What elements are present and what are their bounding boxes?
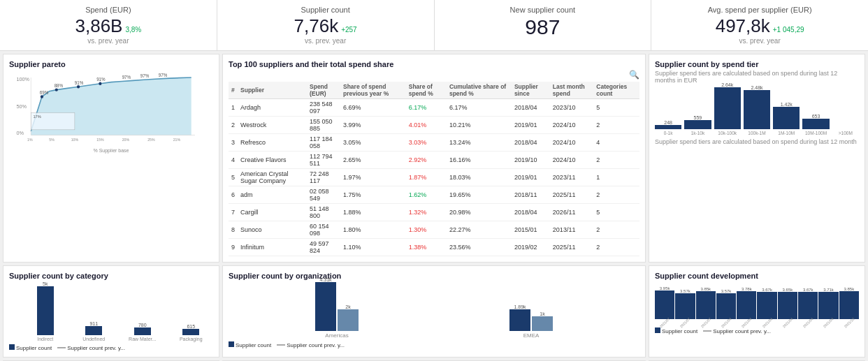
svg-text:88%: 88% [55,83,64,88]
svg-text:50%: 50% [16,103,27,110]
pareto-panel: Supplier pareto 100% 50% 0% 69% 88% 91% … [3,54,219,263]
svg-text:97%: 97% [140,73,150,78]
cat-bar: 911 Undefined [72,321,117,341]
spend-change: 3,8% [125,26,141,34]
table-row: 8 Sunoco 60 154 098 1.80% 1.30% 22.27% 2… [229,221,639,239]
avg-spend-metric: Avg. spend per supplier (EUR) 497,8k +1 … [651,0,868,50]
svg-text:15%: 15% [96,138,104,142]
dev-bar: 3.95k 2021/07 [655,286,674,325]
table-row: 2 Westrock 155 050 885 3.99% 4.01% 10.21… [229,117,639,134]
svg-text:91%: 91% [75,80,84,85]
avg-spend-sub: vs. prev. year [663,37,857,45]
avg-spend-value: 497,8k [716,15,770,37]
legend-org-prev: Supplier count prev. y... [277,342,345,348]
suppliers-table: # Supplier Spend (EUR) Share of spend pr… [229,82,639,256]
org-count-legend: Supplier count Supplier count prev. y... [229,341,639,348]
table-row: 1 Ardagh 238 548 097 6.69% 6.17% 6.17% 2… [229,99,639,117]
svg-text:1%: 1% [27,138,33,142]
svg-text:97%: 97% [122,75,131,80]
cat-bar: 5k Indirect [23,281,68,341]
svg-point-7 [99,82,101,85]
svg-text:10%: 10% [71,138,79,142]
col-spend: Spend (EUR) [307,82,340,99]
dev-bar: 3.78k 2021/04 [737,287,756,325]
cat-count-panel: Supplier count by category 5k Indirect 9… [3,265,219,358]
spend-tier-panel: Supplier count by spend tier Supplier sp… [649,54,865,263]
cat-count-title: Supplier count by category [9,272,213,280]
svg-text:25%: 25% [147,138,155,142]
metrics-row: Spend (EUR) 3,86B 3,8% vs. prev. year Su… [0,0,868,51]
svg-text:97%: 97% [159,73,168,78]
cat-bar: 615 Packaging [169,324,214,341]
col-prev-share: Share of spend previous year % [340,82,406,99]
supplier-count-value: 7,76k [294,15,339,37]
avg-spend-change: +1 045,29 [773,26,804,34]
supplier-count-metric: Supplier count 7,76k +257 vs. prev. year [217,0,435,50]
spend-tier-bar: 653 10M-100M [802,114,829,135]
spend-tier-bar: 2.64k 10k-100k [714,82,741,135]
svg-text:91%: 91% [96,77,106,82]
svg-point-5 [55,88,58,91]
svg-text:17%: 17% [33,115,41,119]
avg-spend-label: Avg. spend per supplier (EUR) [663,6,857,14]
supplier-count-change: +257 [341,26,357,34]
spend-tier-subtitle: Supplier spend tiers are calculated base… [655,70,859,84]
org-group: 1.89k 1k EMEA [437,304,625,339]
legend-count: Supplier count [9,344,52,351]
svg-text:69%: 69% [40,90,49,95]
dev-bar: 3.67k 2021/04 [798,288,818,325]
svg-text:20%: 20% [122,138,130,142]
org-count-panel: Supplier count by organization 4.31k 2k … [222,265,646,358]
table-row: 5 American Crystal Sugar Company 72 248 … [229,169,639,186]
col-cum-share: Cumulative share of spend % [447,82,512,99]
dashboard: Supplier pareto 100% 50% 0% 69% 88% 91% … [0,51,868,361]
svg-text:100%: 100% [16,76,29,82]
col-cat: Categories count [593,82,639,99]
table-row: 4 Creative Flavors 112 794 511 2.65% 2.9… [229,152,639,169]
spend-tier-bar: 2.48k 100k-1M [744,85,770,135]
top100-panel: Top 100 suppliers and their total spend … [222,54,646,263]
supplier-count-sub: vs. prev. year [229,37,423,45]
cat-bar: 780 Raw Mater... [120,323,165,341]
dev-title: Supplier count development [655,272,859,280]
table-row: 9 Infinitum 49 597 824 1.10% 1.38% 23.56… [229,239,639,256]
spend-label: Spend (EUR) [11,6,205,14]
pareto-chart: 100% 50% 0% 69% 88% 91% 91% 97% 97% 97% … [9,70,213,147]
spend-tier-bar: 559 1k-10k [684,115,711,135]
dev-bar: 3.57k 2021/04 [716,289,736,325]
spend-value: 3,86B [75,15,123,37]
new-supplier-value: 987 [446,15,640,39]
dev-bar: 3.71k 2021/04 [818,288,838,325]
cat-count-legend: Supplier count Supplier count prev. y... [9,344,213,351]
dev-legend: Supplier count Supplier count prev. y... [655,327,859,334]
col-share: Share of spend % [406,82,447,99]
org-chart: 4.31k 2k Americas 1.89k 1k EMEA [229,283,639,339]
svg-text:5%: 5% [49,138,55,142]
svg-text:0%: 0% [16,130,24,136]
spend-tier-chart: 248 0-1k 559 1k-10k 2.64k 10k-100k 2.48k… [655,87,859,135]
search-button[interactable]: 🔍 [629,70,639,80]
legend-prev: Supplier count prev. y... [57,345,125,351]
spend-tier-bar: 1.42k 1M-10M [773,102,800,135]
spend-tier-bar: >100M [832,129,859,135]
cat-count-chart: 5k Indirect 911 Undefined 780 Raw Mater.… [9,286,213,341]
dev-chart: 3.95k 2021/07 3.57k 2021/07 3.85k 2021/0… [655,283,859,325]
legend-org-count: Supplier count [229,341,271,348]
spend-tier-bar: 248 0-1k [655,120,681,135]
svg-text:21%: 21% [173,138,181,142]
table-row: 6 adm 02 058 549 1.75% 1.62% 19.65% 2018… [229,186,639,204]
dev-bar: 3.57k 2021/07 [675,289,695,325]
table-row: 7 Cargill 51 148 800 1.88% 1.32% 20.98% … [229,204,639,221]
spend-sub: vs. prev. year [11,37,205,45]
org-group: 4.31k 2k Americas [243,277,431,339]
new-supplier-metric: New supplier count 987 [435,0,652,50]
spend-tier-title: Supplier count by spend tier [655,60,859,68]
top100-title: Top 100 suppliers and their total spend … [229,60,639,68]
pareto-x-label: % Supplier base [9,148,213,153]
col-last-month: Last month spend [550,82,593,99]
dev-bar: 3.65k 2021/04 [778,288,797,325]
col-rank: # [229,82,238,99]
spend-tier-note: Supplier spend tiers are calculated base… [655,138,859,145]
pareto-title: Supplier pareto [9,60,213,68]
dev-bar: 3.67k 2021/04 [757,288,776,325]
